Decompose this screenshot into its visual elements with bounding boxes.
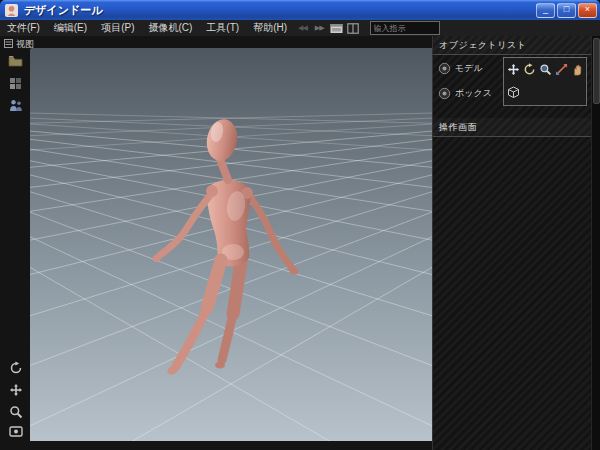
close-button[interactable]: × — [578, 3, 597, 18]
menu-help[interactable]: 帮助(H) — [246, 20, 294, 36]
figures-icon[interactable] — [7, 97, 24, 113]
zoom-view-icon[interactable] — [7, 404, 24, 420]
hand-tool-icon[interactable] — [570, 63, 584, 77]
command-input[interactable] — [370, 21, 440, 35]
back-icon[interactable]: ◀◀ — [294, 24, 311, 32]
object-list-header: オブジェクトリスト — [433, 36, 600, 55]
zoom-tool-icon[interactable] — [538, 63, 552, 77]
viewport-canvas[interactable] — [30, 48, 432, 441]
menu-camera[interactable]: 摄像机(C) — [141, 20, 199, 36]
viewport-3d[interactable] — [30, 48, 432, 441]
object-list: モデル ボックス — [433, 56, 600, 110]
list-icon — [4, 39, 13, 50]
visibility-toggle[interactable] — [438, 62, 451, 75]
panel-scrollbar[interactable] — [591, 36, 600, 450]
pan-view-icon[interactable] — [7, 382, 24, 398]
rotate-view-icon[interactable] — [7, 360, 24, 376]
menu-file[interactable]: 文件(F) — [0, 20, 47, 36]
menu-project[interactable]: 项目(P) — [94, 20, 141, 36]
window-title: デザインドール — [24, 3, 534, 18]
capture-view-icon[interactable] — [7, 424, 24, 440]
menu-edit[interactable]: 编辑(E) — [47, 20, 94, 36]
visibility-toggle[interactable] — [438, 87, 451, 100]
snapshot-icon[interactable] — [329, 21, 344, 35]
scrollbar-thumb[interactable] — [593, 38, 600, 104]
move-tool-icon[interactable] — [506, 63, 520, 77]
object-tools-palette — [503, 57, 587, 106]
object-label: ボックス — [455, 87, 492, 100]
palette-icon[interactable] — [7, 75, 24, 91]
object-label: モデル — [455, 62, 483, 75]
right-panel: オブジェクトリスト モデル ボックス — [432, 36, 600, 450]
cube-icon[interactable] — [506, 86, 520, 100]
rotate-tool-icon[interactable] — [522, 63, 536, 77]
app-icon — [4, 3, 19, 17]
maximize-button[interactable]: □ — [557, 3, 576, 18]
operation-panel-header: 操作画面 — [433, 118, 600, 137]
panels-icon[interactable] — [346, 21, 361, 35]
forward-icon[interactable]: ▶▶ — [311, 24, 328, 32]
scale-tool-icon[interactable] — [554, 63, 568, 77]
menu-tools[interactable]: 工具(T) — [199, 20, 246, 36]
minimize-button[interactable]: _ — [536, 3, 555, 18]
window-titlebar[interactable]: デザインドール _ □ × — [0, 0, 600, 20]
folder-icon[interactable] — [7, 53, 24, 69]
menubar: 文件(F) 编辑(E) 项目(P) 摄像机(C) 工具(T) 帮助(H) ◀◀ … — [0, 20, 600, 36]
